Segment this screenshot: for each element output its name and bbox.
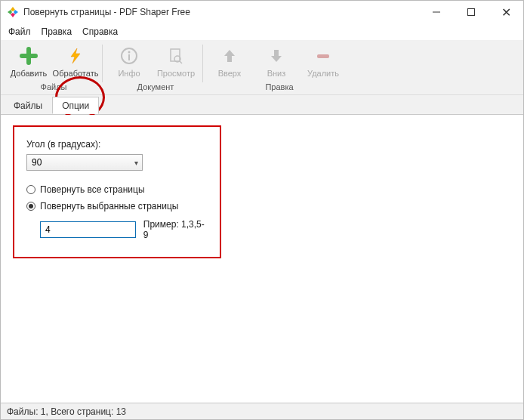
svg-rect-1 <box>468 9 475 16</box>
radio-icon <box>26 185 35 194</box>
menubar: Файл Правка Справка <box>1 23 523 40</box>
angle-select[interactable]: 90 ▾ <box>26 154 143 171</box>
preview-button[interactable]: Просмотр <box>153 43 199 82</box>
close-button[interactable]: ✕ <box>489 1 523 23</box>
info-button[interactable]: Инфо <box>106 43 153 82</box>
toolbar: Добавить Обработать Инфо Просмотр <box>1 40 523 95</box>
options-panel: Угол (в градусах): 90 ▾ Повернуть все ст… <box>13 125 221 258</box>
toolbar-separator <box>202 45 203 82</box>
preview-icon <box>153 45 199 67</box>
window-title: Повернуть страницы - PDF Shaper Free <box>23 7 419 17</box>
tab-options[interactable]: Опции <box>52 97 99 114</box>
statusbar: Файлы: 1, Всего страниц: 13 <box>1 403 523 419</box>
arrow-up-icon <box>206 45 253 67</box>
up-button[interactable]: Вверх <box>206 43 253 82</box>
svg-point-3 <box>128 51 131 54</box>
delete-button[interactable]: Удалить <box>300 43 347 82</box>
app-window: Повернуть страницы - PDF Shaper Free ✕ Ф… <box>0 0 524 420</box>
section-document-label: Документ <box>109 82 202 91</box>
plus-icon <box>5 45 52 67</box>
tabstrip: Файлы Опции <box>1 95 523 115</box>
window-controls: ✕ <box>419 1 523 23</box>
svg-line-7 <box>180 61 182 63</box>
toolbar-separator <box>102 45 103 82</box>
app-icon <box>7 6 19 18</box>
chevron-down-icon: ▾ <box>134 159 138 167</box>
radio-rotate-all[interactable]: Повернуть все страницы <box>26 184 208 195</box>
content-area: Угол (в градусах): 90 ▾ Повернуть все ст… <box>1 115 523 403</box>
maximize-button[interactable] <box>454 1 489 23</box>
radio-rotate-selected[interactable]: Повернуть выбранные страницы <box>26 201 208 212</box>
svg-rect-5 <box>171 49 180 61</box>
minus-icon <box>300 45 347 67</box>
angle-label: Угол (в градусах): <box>26 139 208 150</box>
svg-rect-8 <box>317 54 329 58</box>
process-button[interactable]: Обработать <box>52 43 99 82</box>
down-button[interactable]: Вниз <box>253 43 300 82</box>
status-text: Файлы: 1, Всего страниц: 13 <box>7 406 126 417</box>
example-label: Пример: 1,3,5-9 <box>143 219 208 240</box>
menu-help[interactable]: Справка <box>82 26 118 37</box>
section-files-label: Файлы <box>5 82 102 91</box>
lightning-icon <box>52 45 99 67</box>
arrow-down-icon <box>253 45 300 67</box>
menu-file[interactable]: Файл <box>8 26 31 37</box>
add-button[interactable]: Добавить <box>5 43 52 82</box>
titlebar: Повернуть страницы - PDF Shaper Free ✕ <box>1 1 523 23</box>
minimize-button[interactable] <box>419 1 454 23</box>
info-icon <box>106 45 153 67</box>
radio-icon <box>26 202 35 211</box>
svg-rect-4 <box>128 54 130 60</box>
tab-files[interactable]: Файлы <box>4 97 52 114</box>
menu-edit[interactable]: Правка <box>42 26 72 37</box>
pages-input[interactable]: 4 <box>40 221 136 238</box>
section-edit-label: Правка <box>209 82 350 91</box>
